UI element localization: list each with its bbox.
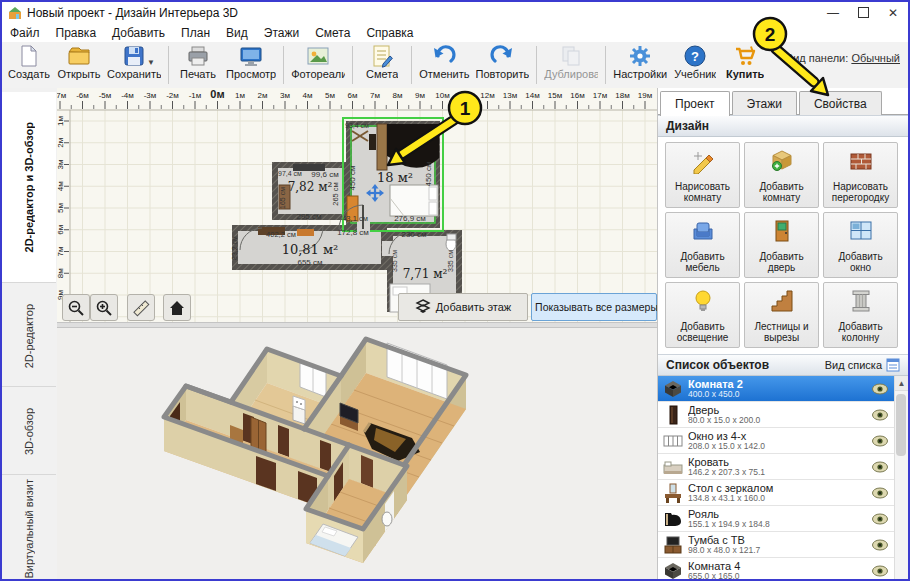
menu-item-файл[interactable]: Файл <box>2 26 48 40</box>
left-tab-3[interactable]: 3D-обзор <box>2 390 56 475</box>
eye-visibility-icon[interactable] <box>871 460 889 474</box>
furniture-button[interactable]: Добавитьмебель <box>665 212 740 278</box>
toolbar-separator <box>283 46 284 84</box>
object-dimensions: 155.1 x 194.9 x 184.8 <box>688 520 871 529</box>
door-3d <box>278 425 289 457</box>
plan-2d-canvas[interactable]: -7м-6м-5м-4м-3м-2м-1м0м1м2м3м4м5м6м7м8м9… <box>57 88 657 322</box>
scroll-up-arrow[interactable]: ▲ <box>895 376 908 391</box>
duplicate-icon <box>559 44 583 68</box>
tab-проект[interactable]: Проект <box>660 91 730 116</box>
stairs-icon <box>769 288 795 318</box>
window-button[interactable]: Добавитьокно <box>823 212 898 278</box>
svg-text:0м: 0м <box>210 88 224 100</box>
eye-visibility-icon[interactable] <box>871 564 889 578</box>
tab-свойства[interactable]: Свойства <box>799 91 882 115</box>
hall-shelf-2d[interactable] <box>297 229 314 236</box>
furniture-icon <box>690 218 716 248</box>
list-item[interactable]: Комната 4655.0 x 165.0 <box>658 558 895 579</box>
dropdown-arrow-icon[interactable]: ▼ <box>147 58 155 67</box>
column-button[interactable]: Добавитьколонну <box>823 282 898 348</box>
estimate-button[interactable]: Смета <box>357 42 407 88</box>
eye-visibility-icon[interactable] <box>871 434 889 448</box>
eye-visibility-icon[interactable] <box>871 512 889 526</box>
menu-item-правка[interactable]: Правка <box>48 26 105 40</box>
toolbar-button-label: Создать <box>8 68 50 80</box>
new-document-button[interactable]: Создать <box>4 42 54 88</box>
menu-item-добавить[interactable]: Добавить <box>104 26 173 40</box>
add-floor-button[interactable]: Добавить этаж <box>398 293 528 321</box>
menu-item-этажи[interactable]: Этажи <box>256 26 307 40</box>
pillow-2d <box>429 187 437 200</box>
printer-button[interactable]: Печать <box>173 42 223 88</box>
area-label-b: 18 м² <box>377 170 413 185</box>
minimize-button[interactable]: — <box>818 2 848 23</box>
list-item[interactable]: Рояль155.1 x 194.9 x 184.8 <box>658 506 895 532</box>
object-list-scrollbar[interactable]: ▲ <box>894 376 908 579</box>
toolbar-button-label: Печать <box>180 68 216 80</box>
design-buttons-grid: НарисоватькомнатуДобавитькомнатуНарисова… <box>665 142 905 348</box>
eye-visibility-icon[interactable] <box>871 486 889 500</box>
dim-label: 655 см <box>297 258 322 267</box>
view-3d[interactable] <box>57 328 657 579</box>
list-item-text: Дверь80.0 x 15.0 x 200.0 <box>688 404 871 425</box>
redo-button[interactable]: Повторить <box>473 42 533 88</box>
list-item-text: Рояль155.1 x 194.9 x 184.8 <box>688 508 871 529</box>
svg-text:-4м: -4м <box>121 91 134 100</box>
menu-item-план[interactable]: План <box>173 26 218 40</box>
draw-wall-button[interactable]: Нарисоватьперегородку <box>823 142 898 208</box>
draw-room-button[interactable]: Нарисоватькомнату <box>665 142 740 208</box>
monitor-button[interactable]: Просмотр <box>223 42 279 88</box>
close-button[interactable]: ✕ <box>878 2 908 23</box>
dim-label: 172,8 см <box>337 228 369 237</box>
show-all-sizes-button[interactable]: Показывать все размеры <box>531 293 657 321</box>
menu-bar: ФайлПравкаДобавитьПланВидЭтажиСметаСправ… <box>2 23 908 43</box>
list-item[interactable]: Дверь80.0 x 15.0 x 200.0 <box>658 402 895 428</box>
menu-item-вид[interactable]: Вид <box>218 26 256 40</box>
home-view-button[interactable] <box>163 294 191 321</box>
save-floppy-button[interactable]: Сохранить▼ <box>104 42 164 88</box>
left-tab-1[interactable]: 2D-редактор и 3D-обзор <box>2 92 56 283</box>
view-list-icon[interactable] <box>886 358 900 372</box>
photoreal-button[interactable]: Фотореализм <box>288 42 348 88</box>
right-panel: ПроектЭтажиСвойства Дизайн Нарисоватьком… <box>657 88 908 579</box>
list-item[interactable]: Кровать146.2 x 207.3 x 75.1 <box>658 454 895 480</box>
settings-gear-button[interactable]: Настройки <box>610 42 670 88</box>
dim-label: 93,4 см <box>345 122 369 129</box>
add-room-button[interactable]: Добавитькомнату <box>744 142 819 208</box>
maximize-button[interactable] <box>848 2 878 23</box>
left-tab-4[interactable]: Виртуальный визит <box>2 478 56 581</box>
svg-text:1м: 1м <box>57 116 65 126</box>
zoom-in-button[interactable] <box>90 294 118 321</box>
toolbar-button-label: Купить <box>726 68 764 80</box>
door-button[interactable]: Добавитьдверь <box>744 212 819 278</box>
light-button[interactable]: Добавитьосвещение <box>665 282 740 348</box>
scroll-thumb[interactable] <box>896 394 906 456</box>
open-folder-button[interactable]: Открыть <box>54 42 104 88</box>
eye-visibility-icon[interactable] <box>871 538 889 552</box>
svg-text:8м: 8м <box>57 268 65 278</box>
svg-text:17м: 17м <box>593 91 607 100</box>
list-item[interactable]: Тумба с ТВ98.0 x 48.0 x 121.7 <box>658 532 895 558</box>
stairs-button[interactable]: Лестницы ивырезы <box>744 282 819 348</box>
list-item[interactable]: Комната 2400.0 x 450.0 <box>658 376 895 402</box>
eye-visibility-icon[interactable] <box>871 408 889 422</box>
undo-button[interactable]: Отменить <box>416 42 472 88</box>
measure-button[interactable] <box>127 294 155 321</box>
buy-cart-button[interactable]: Купить <box>720 42 770 88</box>
ruler-icon <box>132 299 150 317</box>
panel-view-link[interactable]: Обычный <box>851 52 900 64</box>
area-label-d: 7,71 м² <box>403 267 448 281</box>
zoom-out-button[interactable] <box>62 294 90 321</box>
design-button-label: Добавитьмебель <box>680 251 724 273</box>
menu-item-справка[interactable]: Справка <box>358 26 421 40</box>
menu-item-смета[interactable]: Смета <box>307 26 358 40</box>
svg-text:-5м: -5м <box>99 91 112 100</box>
list-item[interactable]: Стол с зеркалом134.8 x 43.1 x 160.0 <box>658 480 895 506</box>
list-item[interactable]: Окно из 4-х208.0 x 15.0 x 142.0 <box>658 428 895 454</box>
tab-этажи[interactable]: Этажи <box>732 91 797 115</box>
dim-label: 276,9 см <box>394 214 426 223</box>
design-button-label: Нарисоватькомнату <box>675 181 730 203</box>
eye-visibility-icon[interactable] <box>871 382 889 396</box>
tutorial-button[interactable]: ?Учебник <box>670 42 720 88</box>
left-tab-2[interactable]: 2D-редактор <box>2 286 56 387</box>
